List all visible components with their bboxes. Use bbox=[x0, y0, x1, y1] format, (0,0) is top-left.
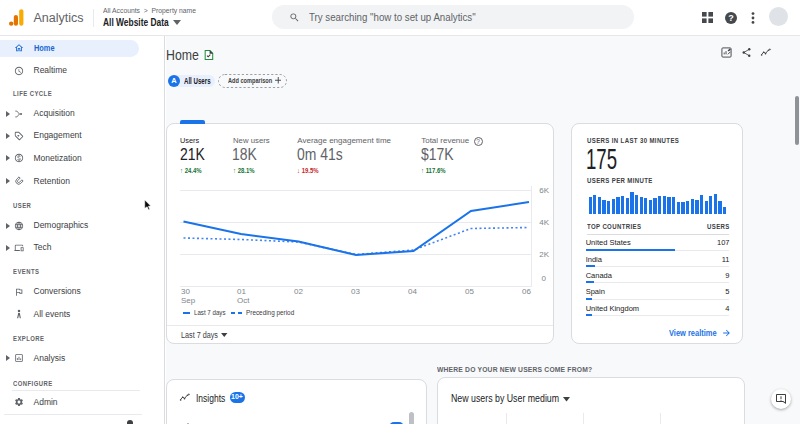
svg-text:Sep: Sep bbox=[181, 296, 196, 305]
svg-text:4K: 4K bbox=[539, 218, 549, 227]
svg-text:05: 05 bbox=[465, 287, 474, 296]
svg-text:0: 0 bbox=[542, 274, 547, 283]
svg-text:03: 03 bbox=[351, 287, 360, 296]
svg-text:01: 01 bbox=[237, 287, 246, 296]
svg-text:02: 02 bbox=[294, 287, 303, 296]
svg-text:6K: 6K bbox=[539, 186, 549, 195]
svg-text:Oct: Oct bbox=[237, 296, 250, 305]
svg-text:30: 30 bbox=[181, 287, 190, 296]
svg-text:2K: 2K bbox=[539, 250, 549, 259]
svg-text:06: 06 bbox=[522, 287, 531, 296]
svg-text:04: 04 bbox=[408, 287, 417, 296]
